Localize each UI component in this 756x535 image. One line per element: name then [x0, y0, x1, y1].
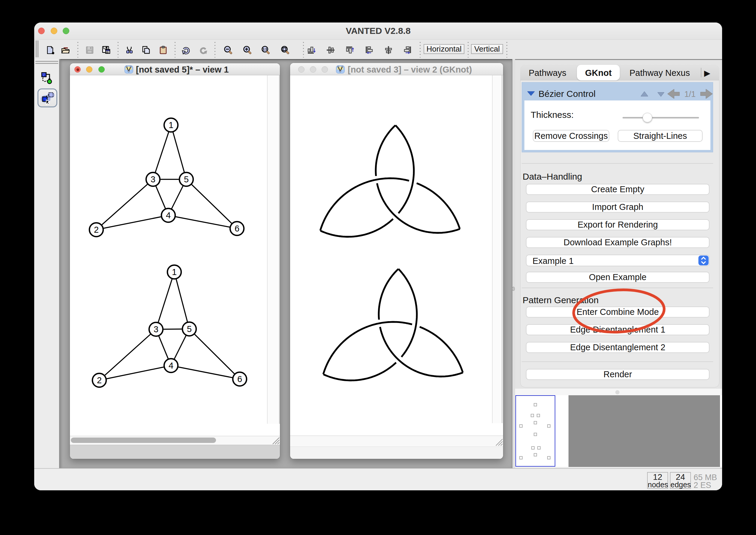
svg-text:4: 4: [169, 361, 173, 370]
svg-text:5: 5: [187, 324, 192, 334]
svg-text:5: 5: [184, 175, 189, 184]
svg-text:4: 4: [166, 211, 171, 220]
svg-text:6: 6: [235, 224, 239, 233]
svg-text:3: 3: [151, 175, 156, 184]
svg-text:2: 2: [94, 225, 99, 235]
svg-text:1: 1: [172, 267, 177, 277]
svg-text:2: 2: [97, 376, 102, 385]
svg-text:6: 6: [237, 374, 242, 384]
svg-text:1:1: 1:1: [263, 47, 267, 51]
svg-text:1: 1: [169, 120, 173, 130]
svg-text:3: 3: [154, 324, 159, 334]
